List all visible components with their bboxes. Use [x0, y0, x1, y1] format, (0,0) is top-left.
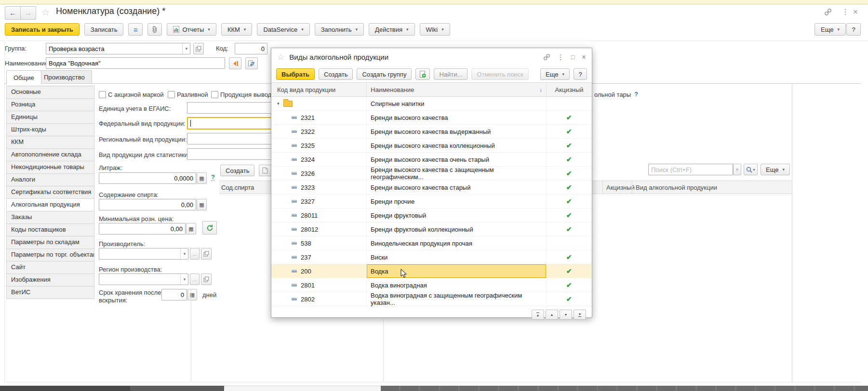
fill-menu-button[interactable]: Заполнить — [315, 23, 364, 36]
table-row[interactable]: 2321 Бренди высокого качества — [271, 111, 592, 125]
min-price-calc-button[interactable]: ▦ — [186, 223, 196, 235]
litrage-calc-button[interactable]: ▦ — [197, 172, 207, 184]
sidebar-item[interactable]: Алкогольная продукция — [6, 198, 94, 211]
column-excise[interactable]: Акцизный — [606, 184, 635, 191]
producer-ellipsis-button[interactable]: ... — [190, 248, 200, 260]
code-input[interactable] — [235, 43, 267, 54]
group-input[interactable] — [46, 43, 190, 54]
table-row[interactable]: 2322 Бренди высокого качества выдержанны… — [271, 125, 592, 139]
search-clear-button[interactable]: × — [733, 164, 741, 175]
producer-open-button[interactable] — [201, 248, 212, 260]
table-row[interactable]: 2801 Водка виноградная — [271, 278, 592, 292]
sidebar-item[interactable]: Единицы — [6, 111, 94, 124]
go-next-button[interactable]: ▼ — [560, 310, 572, 320]
sidebar-item[interactable]: Параметры по складам — [6, 236, 94, 249]
name-input[interactable] — [46, 57, 225, 69]
help-button[interactable]: ? — [846, 23, 861, 36]
kkm-menu-button[interactable]: ККМ — [221, 23, 253, 36]
producer-dropdown-icon[interactable] — [180, 248, 188, 259]
table-row[interactable]: 2327 Бренди прочие — [271, 195, 592, 209]
table-row[interactable]: 237 Виски — [271, 250, 592, 264]
column-code[interactable]: Код вида продукции — [271, 83, 367, 96]
table-row[interactable]: 2802 Водка виноградная с защищенным геог… — [271, 292, 592, 306]
sidebar-item[interactable]: Аналоги — [6, 173, 94, 186]
search-input[interactable] — [648, 164, 733, 175]
back-button[interactable]: ← — [5, 6, 21, 20]
table-row[interactable]: 28011 Бренди фруктовый — [271, 209, 592, 222]
table-row[interactable]: 2325 Бренди высокого качества коллекцион… — [271, 139, 592, 153]
shelf-life-calendar-button[interactable]: ▦ — [187, 289, 197, 300]
sidebar-item[interactable]: Автопополнение склада — [6, 148, 94, 161]
region-ellipsis-button[interactable]: ... — [190, 274, 200, 285]
kebab-menu-icon[interactable]: ⋮ — [557, 53, 564, 62]
favorite-star-icon[interactable]: ☆ — [277, 52, 284, 62]
dialog-more-button[interactable]: Еще — [540, 68, 570, 80]
save-close-button[interactable]: Записать и закрыть — [5, 23, 80, 36]
actions-menu-button[interactable]: Действия — [369, 23, 415, 36]
list-button[interactable]: ≡ — [128, 23, 143, 36]
table-row[interactable]: 2324 Бренди высокого качества очень стар… — [271, 153, 592, 167]
maximize-icon[interactable]: □ — [571, 53, 575, 61]
create-row-button[interactable]: Создать — [220, 165, 254, 176]
name-translate-button[interactable] — [245, 57, 258, 69]
producer-input[interactable] — [99, 248, 188, 260]
sidebar-item[interactable]: Коды поставщиков — [6, 223, 94, 236]
alcohol-calc-button[interactable]: ▦ — [197, 199, 207, 210]
select-button[interactable]: Выбрать — [276, 68, 315, 80]
group-open-button[interactable] — [193, 43, 204, 54]
min-price-refresh-button[interactable] — [202, 221, 217, 235]
attach-button[interactable] — [147, 23, 162, 36]
sidebar-item[interactable]: Заказы — [6, 211, 94, 224]
excise-mark-checkbox[interactable] — [99, 91, 106, 98]
kebab-menu-icon[interactable]: ⋮ — [841, 7, 849, 16]
sidebar-item[interactable]: ККМ — [6, 136, 94, 149]
column-alc-type[interactable]: Вид алкогольной продукции — [636, 184, 717, 191]
production-region-input[interactable] — [99, 274, 188, 285]
tab-production[interactable]: Производство — [37, 70, 92, 84]
go-first-button[interactable]: ▲ — [532, 310, 544, 320]
name-history-button[interactable] — [229, 57, 241, 69]
copy-row-button[interactable] — [259, 165, 271, 176]
table-group-row[interactable]: Спиртные напитки — [271, 97, 592, 111]
region-open-button[interactable] — [201, 274, 212, 285]
min-price-input[interactable] — [99, 223, 186, 235]
table-row[interactable]: 28012 Бренди фруктовый коллекционный — [271, 222, 592, 236]
sidebar-item[interactable]: Сертификаты соответствия — [6, 186, 94, 199]
region-dropdown-icon[interactable] — [180, 274, 188, 285]
go-prev-button[interactable]: ▲ — [546, 310, 558, 320]
column-name[interactable]: Наименование — [367, 83, 547, 96]
table-row[interactable]: 2326 Бренди высокого качества с защищенн… — [271, 167, 592, 181]
table-row[interactable]: 2323 Бренди высокого качества старый — [271, 181, 592, 195]
expand-icon[interactable] — [277, 101, 280, 106]
alcohol-content-input[interactable] — [99, 199, 196, 210]
search-button[interactable]: ▾ — [744, 164, 758, 175]
regional-type-input[interactable] — [187, 133, 283, 144]
go-last-button[interactable]: ▼ — [574, 310, 586, 320]
table-more-button[interactable]: Еще — [761, 164, 790, 175]
federal-type-input[interactable] — [187, 117, 284, 130]
table-row[interactable]: 200 Водка — [271, 264, 592, 278]
close-icon[interactable]: × — [853, 7, 858, 17]
withdrawn-checkbox[interactable] — [211, 91, 218, 98]
sidebar-item[interactable]: Штрих-коды — [6, 123, 94, 136]
sidebar-item[interactable]: Основные — [6, 86, 94, 99]
refresh-doc-button[interactable] — [415, 68, 430, 80]
sidebar-item[interactable]: ВетИС — [6, 286, 94, 299]
more-menu-button[interactable]: Еще — [815, 23, 846, 36]
sidebar-item[interactable]: Некондиционные товары — [6, 161, 94, 174]
sidebar-item[interactable]: Сайт — [6, 261, 94, 274]
table-row[interactable]: 2803 Водка виноградная с защищенным наим… — [271, 306, 592, 309]
stat-type-input[interactable] — [187, 148, 283, 160]
save-button[interactable]: Записать — [84, 23, 124, 36]
sidebar-item[interactable]: Параметры по торг. объектам — [6, 248, 94, 261]
litrage-input[interactable] — [99, 172, 196, 184]
favorite-star-icon[interactable]: ☆ — [41, 7, 50, 18]
create-button[interactable]: Создать — [319, 68, 353, 80]
sidebar-item[interactable]: Розница — [6, 98, 94, 111]
create-group-button[interactable]: Создать группу — [357, 68, 412, 80]
column-excise[interactable]: Акцизный — [547, 83, 592, 96]
find-button[interactable]: Найти... — [434, 68, 467, 80]
column-alcohol-content[interactable]: Сод.спирта — [221, 184, 254, 191]
egais-unit-input[interactable] — [187, 102, 283, 114]
link-icon[interactable] — [824, 8, 832, 17]
